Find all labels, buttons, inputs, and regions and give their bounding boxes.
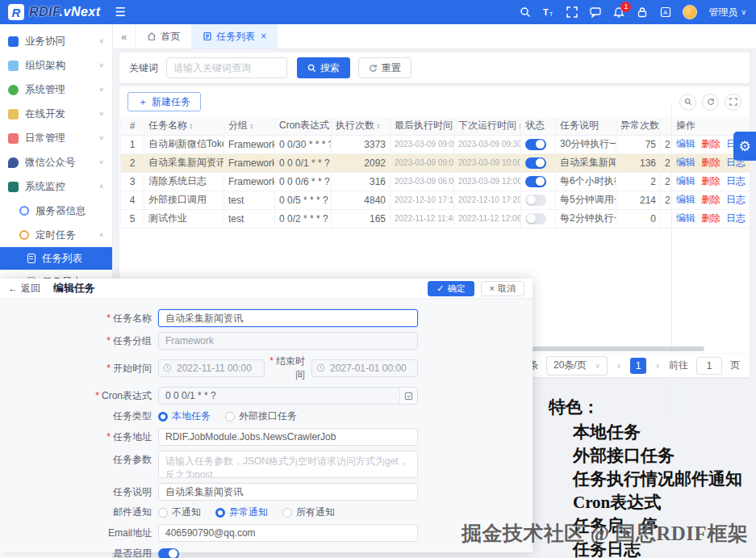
sidebar-item-dev[interactable]: 在线开发∨ — [0, 102, 112, 126]
edit-link[interactable]: 编辑 — [676, 157, 695, 168]
status-toggle[interactable] — [525, 176, 546, 187]
col-last-run[interactable]: 最后执行时间▲▼ — [391, 117, 454, 135]
edit-link[interactable]: 编辑 — [676, 194, 695, 205]
log-link[interactable]: 日志 — [726, 212, 746, 224]
task-desc-input[interactable] — [158, 483, 418, 501]
radio-external-task[interactable]: 外部接口任务 — [225, 409, 297, 423]
user-avatar[interactable] — [683, 5, 697, 19]
edit-link[interactable]: 编辑 — [676, 138, 695, 149]
sidebar-item-system[interactable]: 系统管理∨ — [0, 78, 112, 102]
page-number[interactable]: 1 — [630, 358, 646, 374]
col-name[interactable]: 任务名称▲▼ — [144, 117, 224, 135]
close-tab-icon[interactable]: × — [261, 31, 266, 42]
col-next-run[interactable]: 下次运行时间▲▼ — [454, 117, 521, 135]
cron-input[interactable] — [158, 387, 418, 405]
delete-link[interactable]: 删除 — [701, 157, 720, 168]
sidebar-item-server-info[interactable]: 服务器信息 — [0, 199, 112, 223]
log-link[interactable]: 日志 — [726, 175, 746, 187]
reset-button[interactable]: 重置 — [358, 57, 411, 78]
radio-local-task[interactable]: 本地任务 — [158, 409, 211, 423]
edit-link[interactable]: 编辑 — [676, 175, 695, 187]
task-name-input[interactable] — [158, 309, 418, 327]
sort-icon[interactable]: ▲▼ — [249, 123, 254, 129]
notification-bell-icon[interactable]: 1 — [612, 6, 624, 19]
delete-link[interactable]: 删除 — [701, 194, 720, 205]
sidebar-item-task-list[interactable]: 任务列表 — [0, 247, 112, 270]
col-runs[interactable]: 执行次数▲▼ — [332, 117, 391, 135]
radio-no-notify[interactable]: 不通知 — [158, 506, 201, 519]
doc-icon — [27, 254, 36, 263]
collapse-sidebar-icon[interactable]: « — [113, 24, 136, 48]
confirm-button[interactable]: ✓确定 — [428, 281, 474, 296]
end-time-input[interactable] — [311, 359, 418, 377]
table-fullscreen-icon[interactable] — [725, 94, 741, 111]
col-group[interactable]: 分组▲▼ — [224, 117, 275, 135]
translate-icon[interactable]: A — [659, 6, 671, 19]
delete-link[interactable]: 删除 — [701, 212, 720, 224]
lock-icon[interactable] — [636, 6, 648, 19]
user-menu[interactable]: 管理员∨ — [708, 6, 746, 19]
log-link[interactable]: 日志 — [726, 194, 746, 205]
menu-toggle-icon[interactable]: ☰ — [115, 5, 126, 19]
col-cron[interactable]: Cron表达式▲▼ — [275, 117, 332, 135]
search-button[interactable]: 搜索 — [297, 57, 350, 78]
radio-error-notify[interactable]: 异常通知 — [215, 506, 268, 519]
doc-icon — [203, 31, 212, 41]
sort-icon[interactable]: ▲▼ — [518, 123, 521, 129]
table-row[interactable]: 1 自动刷新微信Token Framework 0 0/30 * * * ? 3… — [121, 135, 750, 153]
field-label-cron: Cron表达式 — [0, 389, 158, 403]
edit-link[interactable]: 编辑 — [676, 212, 695, 224]
goto-page-input[interactable] — [696, 357, 722, 375]
col-desc: 任务说明 — [556, 117, 616, 135]
cron-editor-icon[interactable] — [399, 388, 417, 404]
settings-gear-button[interactable]: ⚙ — [733, 132, 756, 161]
sidebar-item-scheduled-tasks[interactable]: 定时任务∧ — [0, 223, 112, 247]
sidebar-item-monitor[interactable]: 系统监控∧ — [0, 174, 112, 199]
sidebar-item-wechat[interactable]: 微信公众号∨ — [0, 150, 112, 174]
delete-link[interactable]: 删除 — [701, 175, 720, 187]
fullscreen-icon[interactable] — [566, 6, 578, 19]
back-button[interactable]: ←返回 — [8, 282, 40, 296]
message-icon[interactable] — [589, 6, 601, 19]
status-toggle[interactable] — [525, 139, 546, 150]
next-page-icon[interactable]: › — [654, 360, 661, 371]
task-params-textarea[interactable] — [158, 451, 418, 478]
status-toggle[interactable] — [525, 157, 546, 169]
col-errors[interactable]: 异常次数▲▼ — [616, 117, 661, 135]
prev-page-icon[interactable]: ‹ — [616, 360, 622, 371]
radio-all-notify[interactable]: 所有通知 — [282, 506, 335, 519]
clipped-cell: 2 — [661, 135, 672, 153]
start-time-input[interactable] — [158, 359, 265, 377]
table-row[interactable]: 4 外部接口调用 test 0 0/5 * * * ? * 4840 2022-… — [121, 191, 750, 209]
sidebar-item-daily[interactable]: 日常管理∨ — [0, 126, 112, 150]
horizontal-scrollbar[interactable] — [523, 346, 704, 351]
refresh-icon — [369, 64, 378, 73]
chevron-down-icon: ∨ — [98, 111, 104, 117]
status-toggle[interactable] — [525, 195, 546, 206]
status-toggle[interactable] — [525, 213, 546, 224]
table-row[interactable]: 3 清除系统日志 Framework 0 0 0/6 * * ? * 316 2… — [121, 172, 750, 191]
task-address-input[interactable] — [158, 428, 418, 446]
tab-home[interactable]: 首页 — [136, 24, 191, 48]
search-icon[interactable] — [519, 6, 531, 19]
sidebar-item-org[interactable]: 组织架构∨ — [0, 53, 112, 78]
enabled-toggle[interactable] — [158, 548, 179, 558]
keyword-input[interactable] — [166, 57, 287, 78]
font-size-icon[interactable]: TT — [542, 6, 554, 19]
sort-icon[interactable]: ▲▼ — [189, 123, 194, 129]
new-task-button[interactable]: ＋新建任务 — [127, 92, 201, 111]
sidebar-item-business[interactable]: 业务协同∨ — [0, 29, 112, 53]
cancel-button[interactable]: ×取消 — [481, 281, 524, 296]
table-row[interactable]: 2 自动采集新闻资讯 Framework 0 0 0/1 * * ? 2092 … — [121, 153, 750, 172]
task-group-input[interactable] — [158, 332, 418, 350]
tab-task-list[interactable]: 任务列表 × — [191, 24, 278, 48]
delete-link[interactable]: 删除 — [701, 138, 720, 149]
table-refresh-icon[interactable] — [702, 94, 719, 111]
page-size-select[interactable]: 20条/页∨ — [546, 356, 608, 375]
table-row[interactable]: 5 测试作业 test 0 0/2 * * * ? 165 2022-11-12… — [121, 209, 750, 228]
feature-item: 外部接口任务 — [573, 444, 742, 468]
email-input[interactable] — [158, 524, 418, 542]
sort-icon[interactable]: ▲▼ — [376, 123, 381, 129]
status-cell — [521, 172, 556, 191]
table-search-icon[interactable] — [679, 94, 696, 111]
